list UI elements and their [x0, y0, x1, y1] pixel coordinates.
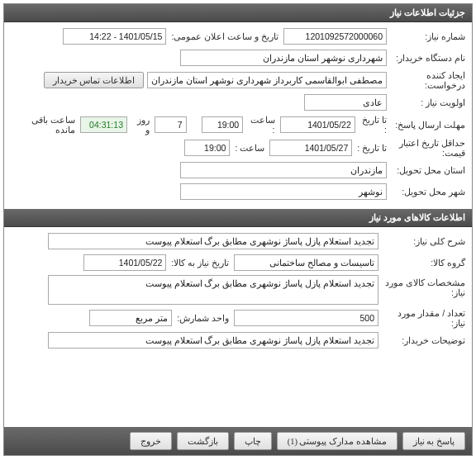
buyer-notes-field: تجدید استعلام پازل پاساژ نوشهری مطابق بر… [48, 332, 378, 349]
priority-field: عادی [304, 94, 387, 111]
price-to-date-field: 1401/05/27 [269, 140, 352, 156]
footer-toolbar: پاسخ به نیاز مشاهده مدارک پیوستی (1) چاپ… [4, 427, 472, 455]
buyer-contact-button[interactable]: اطلاعات تماس خریدار [44, 72, 144, 88]
need-goods-date-label: تاریخ نیاز به کالا: [166, 258, 234, 268]
back-button[interactable]: بازگشت [177, 432, 229, 450]
goods-group-label: گروه کالا: [378, 258, 465, 268]
reply-time-field: 19:00 [202, 116, 244, 133]
need-number-field: 1201092572000060 [283, 28, 387, 45]
remaining-time-field: 04:31:13 [80, 116, 127, 133]
qty-field: 500 [234, 310, 378, 326]
province-field: مازندران [180, 162, 387, 178]
time-label-2: ساعت : [230, 143, 269, 153]
need-desc-label: شرح کلی نیاز: [378, 236, 465, 246]
city-label: شهر محل تحویل: [387, 187, 465, 197]
announce-date-field: 1401/05/15 - 14:22 [63, 28, 166, 45]
unit-label: واحد شمارش: [172, 313, 234, 323]
price-time-field: 19:00 [184, 140, 230, 156]
goods-spec-field: تجدید استعلام پازل پاساژ نوشهری مطابق بر… [48, 275, 378, 305]
priority-label: اولویت نیاز : [387, 97, 465, 107]
to-date-label-2: تا تاریخ : [352, 143, 387, 153]
time-remaining-label: ساعت باقی مانده [11, 115, 80, 135]
need-info-header: جزئیات اطلاعات نیاز [4, 4, 472, 22]
qty-label: تعداد / مقدار مورد نیاز: [378, 308, 465, 328]
buyer-notes-label: توضیحات خریدار: [378, 335, 465, 345]
time-label-1: ساعت : [243, 115, 279, 135]
exit-button[interactable]: خروج [130, 432, 172, 450]
request-creator-field: مصطفی ابوالقاسمی کاربرداز شهرداری نوشهر … [147, 72, 387, 88]
buyer-name-label: نام دستگاه خریدار: [387, 53, 465, 63]
need-desc-field: تجدید استعلام پازل پاساژ نوشهری مطابق بر… [48, 233, 378, 249]
reply-to-date-field: 1401/05/22 [280, 116, 355, 133]
print-button[interactable]: چاپ [234, 432, 272, 450]
goods-group-field: تاسیسات و مصالح ساختمانی [234, 254, 378, 271]
need-goods-date-field: 1401/05/22 [83, 254, 166, 271]
days-and-label: روز و [127, 115, 155, 135]
goods-spec-label: مشخصات کالای مورد نیاز: [378, 275, 465, 297]
reply-button[interactable]: پاسخ به نیاز [402, 432, 465, 450]
province-label: استان محل تحویل: [387, 165, 465, 175]
unit-field: متر مربع [89, 310, 172, 326]
attachments-button[interactable]: مشاهده مدارک پیوستی (1) [277, 432, 397, 450]
buyer-name-field: شهرداری نوشهر استان مازندران [180, 50, 387, 66]
need-number-label: شماره نیاز: [387, 31, 465, 41]
goods-info-header: اطلاعات کالاهای مورد نیاز [4, 209, 472, 227]
request-creator-label: ایجاد کننده درخواست: [387, 70, 465, 90]
remaining-days-field: 7 [155, 116, 187, 133]
city-field: نوشهر [180, 183, 387, 200]
announce-date-label: تاریخ و ساعت اعلان عمومی: [166, 31, 283, 41]
price-validity-label: حداقل تاریخ اعتبار قیمت: [387, 138, 465, 158]
reply-deadline-label: مهلت ارسال پاسخ: [387, 120, 465, 130]
to-date-label-1: تا تاریخ : [355, 115, 387, 135]
